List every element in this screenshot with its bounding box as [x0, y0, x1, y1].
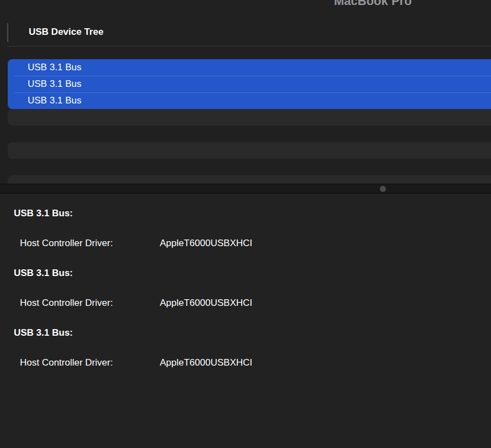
tree-row-label: USB 3.1 Bus — [28, 76, 81, 92]
tree-row-label: USB 3.1 Bus — [28, 59, 81, 76]
attribute-value: AppleT6000USBXHCI — [160, 358, 252, 368]
attribute-value: AppleT6000USBXHCI — [160, 238, 252, 248]
system-information-window: MacBook Pro USB Device Tree USB 3.1 Bus … — [0, 0, 491, 448]
usb-device-tree-table[interactable]: USB 3.1 Bus USB 3.1 Bus USB 3.1 Bus — [0, 46, 491, 184]
row-separator — [14, 92, 491, 93]
selected-rows-group: USB 3.1 Bus USB 3.1 Bus USB 3.1 Bus — [8, 59, 491, 109]
detail-attribute-row: Host Controller Driver: AppleT6000USBXHC… — [20, 358, 491, 368]
pane-splitter[interactable] — [0, 184, 491, 194]
detail-attribute-row: Host Controller Driver: AppleT6000USBXHC… — [20, 298, 491, 308]
device-detail-pane[interactable]: USB 3.1 Bus: Host Controller Driver: App… — [0, 194, 491, 448]
attribute-value: AppleT6000USBXHCI — [160, 298, 252, 308]
row-separator — [14, 76, 491, 76]
empty-row-stripe — [8, 109, 491, 126]
empty-row-stripe — [8, 142, 491, 159]
tree-row-usb-bus-3[interactable]: USB 3.1 Bus — [8, 92, 491, 109]
tree-row-usb-bus-2[interactable]: USB 3.1 Bus — [8, 76, 491, 92]
tree-row-usb-bus-1[interactable]: USB 3.1 Bus — [8, 59, 491, 76]
window-title: MacBook Pro — [334, 0, 412, 8]
splitter-handle-icon[interactable] — [380, 186, 386, 192]
detail-section-title: USB 3.1 Bus: — [14, 268, 491, 278]
tree-row-label: USB 3.1 Bus — [28, 92, 81, 109]
attribute-label: Host Controller Driver: — [20, 357, 113, 368]
detail-section-title: USB 3.1 Bus: — [14, 328, 491, 338]
usb-device-tree-header: USB Device Tree — [29, 26, 103, 38]
header-tick-divider — [7, 23, 8, 42]
detail-section-title: USB 3.1 Bus: — [14, 209, 491, 218]
detail-attribute-row: Host Controller Driver: AppleT6000USBXHC… — [20, 238, 491, 248]
attribute-label: Host Controller Driver: — [20, 298, 113, 308]
attribute-label: Host Controller Driver: — [20, 238, 113, 248]
